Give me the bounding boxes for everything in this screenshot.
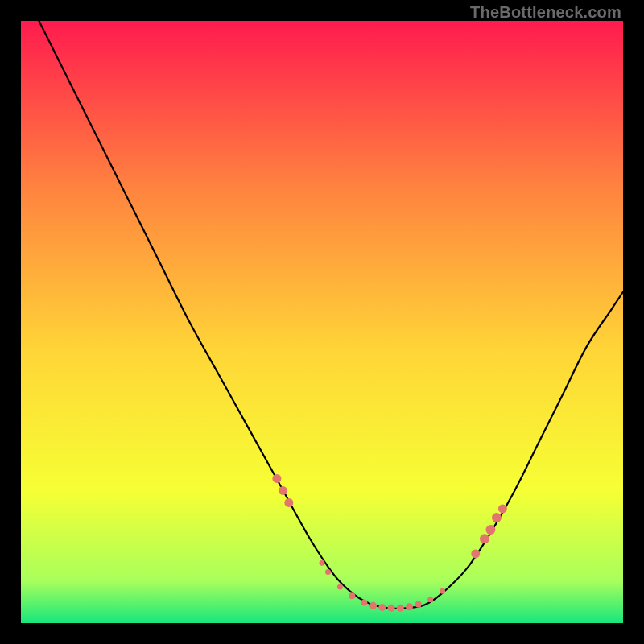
highlight-dot <box>320 560 325 566</box>
highlight-dot <box>388 605 395 612</box>
bottleneck-chart <box>21 21 623 623</box>
highlight-dot <box>480 534 489 543</box>
highlight-dot <box>349 592 355 599</box>
highlight-dot <box>498 504 507 513</box>
highlight-dot <box>378 604 386 611</box>
highlight-dot <box>325 569 331 575</box>
watermark-text: TheBottleneck.com <box>470 3 621 22</box>
highlight-dot <box>440 588 445 594</box>
highlight-dot <box>485 525 495 535</box>
highlight-dot <box>471 549 480 558</box>
highlight-dot <box>284 498 293 507</box>
highlight-dot <box>406 603 413 610</box>
highlight-dot <box>397 605 404 612</box>
highlight-dot <box>361 600 367 606</box>
highlight-dot <box>415 601 422 608</box>
highlight-dot <box>272 474 281 483</box>
gradient-background <box>21 21 623 623</box>
highlight-dot <box>279 486 287 495</box>
highlight-dot <box>369 602 377 609</box>
chart-frame <box>21 21 623 623</box>
highlight-dot <box>492 513 502 522</box>
highlight-dot <box>427 597 433 602</box>
highlight-dot <box>337 584 343 590</box>
